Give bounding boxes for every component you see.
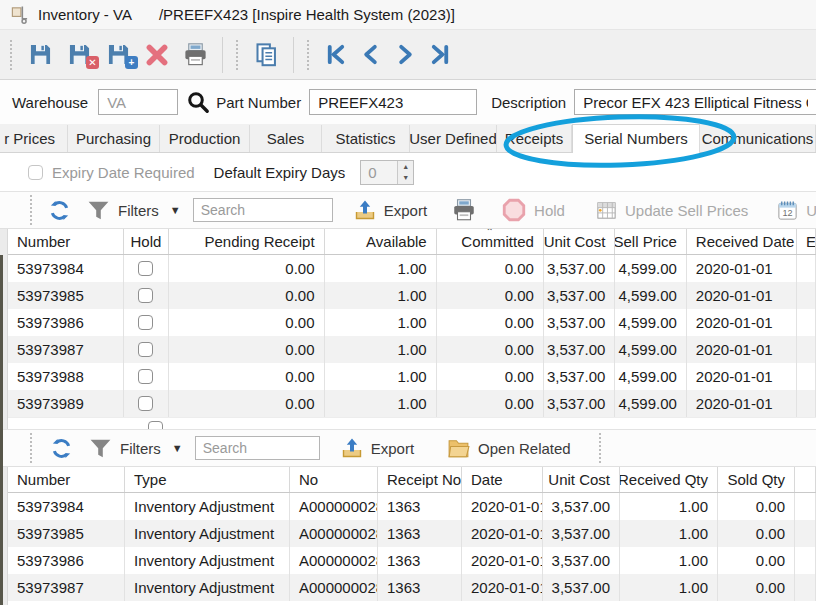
description-label: Description [491, 94, 566, 111]
cell-hold [124, 336, 169, 363]
tab-user-defined[interactable]: User Defined [410, 125, 497, 152]
nav-first-button[interactable] [318, 40, 353, 69]
hold-checkbox[interactable] [138, 369, 153, 384]
cell-- [797, 390, 816, 417]
tab-sales[interactable]: Sales [250, 125, 322, 152]
table-row[interactable]: 53973987Inventory AdjustmentA00000002813… [8, 574, 816, 601]
stepper-up-icon[interactable]: ▲ [398, 161, 413, 173]
hold-button[interactable]: Hold [495, 194, 571, 226]
table-row[interactable]: 53973985Inventory AdjustmentA00000002813… [8, 520, 816, 547]
cell-available: 1.00 [325, 336, 437, 363]
open-related-button[interactable]: Open Related [440, 433, 577, 464]
default-expiry-days-stepper[interactable]: 0 ▲ ▼ [360, 160, 414, 185]
cell-unit-cost: 3,537.00 [544, 336, 616, 363]
cell-type: Inventory Adjustment [125, 547, 290, 574]
filter-funnel-icon [88, 436, 113, 461]
cell-- [795, 574, 816, 601]
hold-checkbox[interactable] [138, 261, 153, 276]
column-header-sold-qty[interactable]: Sold Qty [718, 467, 795, 492]
save-discard-button[interactable]: ✕ [60, 38, 99, 71]
cell-sell-price: 4,599.00 [615, 255, 687, 282]
nav-previous-button[interactable] [353, 40, 388, 69]
tab-serial-numbers[interactable]: Serial Numbers [572, 124, 700, 153]
serial-search-input[interactable] [193, 198, 333, 222]
update-expiry-dates-button[interactable]: Update Expiry Dates [770, 196, 816, 225]
export-button[interactable]: Export [347, 195, 433, 225]
tab-communications[interactable]: Communications [700, 125, 816, 152]
toolbar-grip[interactable] [10, 40, 14, 70]
nav-next-button[interactable] [388, 40, 423, 69]
tab-r-prices[interactable]: r Prices [0, 125, 68, 152]
column-header--[interactable] [795, 467, 816, 492]
column-header-no[interactable]: No [290, 467, 378, 492]
column-header-pending-receipt[interactable]: Pending Receipt [169, 229, 325, 254]
toolbar-grip[interactable] [236, 40, 240, 70]
tab-receipts[interactable]: Receipts [497, 125, 572, 152]
cell-committed: 0.00 [437, 390, 544, 417]
tab-purchasing[interactable]: Purchasing [68, 125, 160, 152]
stepper-down-icon[interactable]: ▼ [398, 172, 413, 184]
column-header-number[interactable]: Number [8, 229, 124, 254]
column-header-received-date[interactable]: Received Date [687, 229, 797, 254]
history-search-input[interactable] [195, 436, 320, 460]
expiry-date-required-checkbox[interactable] [28, 165, 43, 180]
table-row[interactable]: 539739840.001.000.003,537.004,599.002020… [8, 255, 816, 282]
export-button[interactable]: Export [334, 433, 420, 463]
column-header-unit-cost[interactable]: Unit Cost [544, 229, 616, 254]
table-row[interactable]: 539739850.001.000.003,537.004,599.002020… [8, 282, 816, 309]
delete-button[interactable] [138, 39, 176, 71]
copy-button[interactable] [247, 38, 286, 71]
cell-receipt-no: 1363 [378, 547, 462, 574]
column-header-unit-cost[interactable]: Unit Cost [543, 467, 620, 492]
cell-available: 1.00 [325, 309, 437, 336]
table-row[interactable]: 53973986Inventory AdjustmentA00000002813… [8, 547, 816, 574]
filters-button[interactable]: Filters ▼ [82, 433, 189, 464]
toolbar-grip[interactable] [307, 40, 311, 70]
nav-last-button[interactable] [423, 40, 458, 69]
print-button[interactable] [176, 38, 215, 71]
table-row[interactable]: 53973984Inventory AdjustmentA00000002813… [8, 493, 816, 520]
column-header-number[interactable]: Number [8, 467, 125, 492]
hold-checkbox[interactable] [138, 315, 153, 330]
toolbar-grip[interactable] [30, 433, 34, 463]
toolbar-grip[interactable] [30, 195, 32, 225]
update-sell-prices-button[interactable]: Update Sell Prices [589, 196, 754, 225]
column-header-received-qty[interactable]: Received Qty [620, 467, 718, 492]
hold-checkbox[interactable] [148, 421, 163, 429]
column-header-type[interactable]: Type [125, 467, 290, 492]
column-header-hold[interactable]: Hold [124, 229, 169, 254]
part-number-input[interactable] [309, 89, 477, 115]
column-header-receipt-no[interactable]: Receipt No [378, 467, 462, 492]
table-row[interactable]: 539739880.001.000.003,537.004,599.002020… [8, 363, 816, 390]
cell-- [797, 336, 816, 363]
refresh-button[interactable] [43, 197, 76, 224]
hold-checkbox[interactable] [138, 288, 153, 303]
save-button[interactable] [21, 38, 60, 71]
hold-checkbox[interactable] [138, 396, 153, 411]
cell-sell-price: 4,599.00 [615, 363, 687, 390]
hold-checkbox[interactable] [138, 342, 153, 357]
column-header--[interactable]: E [797, 229, 816, 254]
column-header-committed[interactable]: Committed⌃ [437, 229, 544, 254]
print-grid-button[interactable] [445, 194, 483, 226]
cell-received-qty: 1.00 [620, 547, 718, 574]
export-label: Export [371, 440, 414, 457]
column-header-date[interactable]: Date [462, 467, 543, 492]
refresh-button[interactable] [45, 435, 78, 462]
search-icon[interactable] [186, 90, 210, 114]
filters-label: Filters [118, 202, 159, 219]
tab-statistics[interactable]: Statistics [322, 125, 410, 152]
description-input[interactable] [574, 89, 816, 115]
cell-number: 53973985 [8, 520, 125, 547]
table-row[interactable]: 539739890.001.000.003,537.004,599.002020… [8, 390, 816, 417]
table-row[interactable]: 539739870.001.000.003,537.004,599.002020… [8, 336, 816, 363]
tab-production[interactable]: Production [160, 125, 250, 152]
handtruck-icon [10, 5, 29, 24]
table-row[interactable]: 539739860.001.000.003,537.004,599.002020… [8, 309, 816, 336]
column-header-sell-price[interactable]: Sell Price [615, 229, 687, 254]
save-new-button[interactable]: + [99, 38, 138, 71]
toolbar-grip[interactable] [599, 433, 603, 463]
filters-button[interactable]: Filters ▼ [80, 195, 187, 226]
column-header-available[interactable]: Available [325, 229, 437, 254]
warehouse-input[interactable] [98, 89, 178, 115]
